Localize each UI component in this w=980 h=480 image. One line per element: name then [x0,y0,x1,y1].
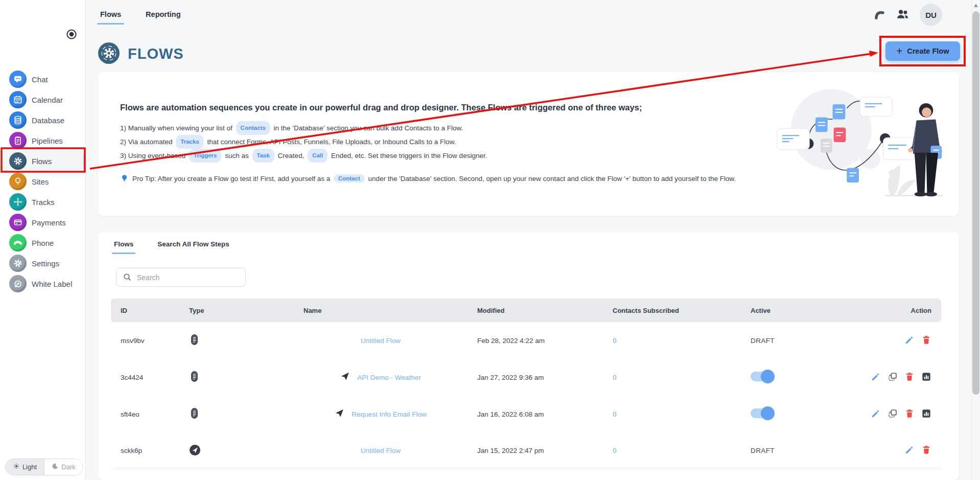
active-toggle[interactable] [751,372,773,381]
contacts-button[interactable] [896,7,909,22]
inline-badge[interactable]: Task [252,149,274,163]
phone-button[interactable] [872,7,885,22]
inline-badge[interactable]: Call [308,149,328,163]
pencil-icon [871,408,881,420]
contacts-count-link[interactable]: 0 [603,374,741,381]
flow-name-link[interactable]: Untitled Flow [361,447,401,454]
delete-flow-button[interactable] [904,372,915,383]
toggle-knob [761,370,775,383]
info-line: 3) Using event-based Triggers such as Ta… [120,149,750,163]
contacts-count-link[interactable]: 0 [603,447,741,454]
edit-flow-button[interactable] [904,335,915,347]
light-mode-label: Light [22,463,37,471]
paint-brush-icon [9,275,27,292]
duplicate-flow-button[interactable] [888,372,898,383]
sidebar-item-label: Sites [32,177,49,186]
bar-chart-icon [921,408,931,420]
page-title: FLOWS [128,43,184,64]
credit-card-icon [9,214,27,231]
topbar-actions: DU [872,4,942,26]
trash-icon [904,372,915,383]
table-row: 3c4424API Demo - WeatherJan 27, 2022 9:3… [111,359,941,396]
column-header-id: ID [111,307,179,314]
sidebar-item-settings[interactable]: Settings [0,253,85,273]
sidebar-item-database[interactable]: Database [0,110,85,130]
sidebar-item-chat[interactable]: Chat [0,69,85,89]
flow-modified: Jan 27, 2022 9:36 am [468,374,603,381]
sidebar-item-calendar[interactable]: Calendar [0,89,85,110]
light-mode-button[interactable]: Light [6,459,44,475]
vertical-scrollbar[interactable] [971,0,980,480]
flow-id: msv9bv [111,337,179,345]
sidebar-item-label: Tracks [32,198,54,207]
delete-flow-button[interactable] [921,335,931,347]
theme-toggle: Light Dark [5,459,83,475]
scroll-up-arrow-icon[interactable] [974,4,978,7]
active-toggle[interactable] [751,408,773,418]
gear-icon [9,255,27,272]
sidebar-item-white-label[interactable]: White Label [0,273,85,294]
sidebar-item-tracks[interactable]: Tracks [0,192,85,212]
column-header-type: Type [179,307,294,314]
dark-mode-label: Dark [61,463,75,471]
tab-flows-list[interactable]: Flows [114,240,133,254]
tab-search-all-flow-steps[interactable]: Search All Flow Steps [157,240,229,254]
edit-flow-button[interactable] [871,372,881,383]
tab-flows[interactable]: Flows [100,7,121,25]
scrollbar-thumb[interactable] [972,11,979,395]
clipboard-icon [9,132,27,149]
flow-name-link[interactable]: API Demo - Weather [357,374,421,381]
create-flow-button[interactable]: + Create Flow [885,41,960,61]
table-row: msv9bvUntitled FlowFeb 28, 2022 4:22 am0… [111,322,941,359]
user-avatar[interactable]: DU [920,4,942,26]
plus-icon: + [897,46,903,56]
contacts-count-link[interactable]: 0 [603,410,741,418]
flow-modified: Jan 15, 2022 2:47 pm [468,447,603,454]
annotation-arrow-head [869,51,878,57]
duplicate-icon [888,408,898,420]
inline-badge[interactable]: Tracks [176,135,203,149]
pencil-icon [904,445,915,456]
sidebar-item-flows[interactable]: Flows [0,151,85,171]
sidebar-pin-toggle[interactable] [65,28,78,40]
trash-icon [921,445,931,456]
delete-flow-button[interactable] [904,408,915,420]
dark-mode-button[interactable]: Dark [44,459,83,475]
trash-icon [921,335,931,347]
sidebar-item-pipelines[interactable]: Pipelines [0,130,85,151]
flow-stats-button[interactable] [921,408,931,420]
search-input[interactable] [116,268,246,287]
top-tabs: Flows Reporting [100,7,181,25]
duplicate-flow-button[interactable] [888,408,898,420]
inline-badge[interactable]: Triggers [189,149,221,163]
draft-label: DRAFT [751,337,775,345]
edit-flow-button[interactable] [871,408,881,420]
delete-flow-button[interactable] [921,445,931,456]
inline-badge[interactable]: Contact [334,174,365,182]
create-flow-label: Create Flow [907,47,949,55]
pro-tip: Pro Tip: After you create a Flow go test… [120,174,750,184]
tab-reporting[interactable]: Reporting [146,7,180,25]
sidebar-item-payments[interactable]: Payments [0,212,85,233]
flow-stats-button[interactable] [921,372,931,383]
sidebar-item-phone[interactable]: Phone [0,233,85,253]
sidebar: ChatCalendarDatabasePipelinesFlowsSitesT… [0,0,86,480]
inline-badge[interactable]: Contacts [236,121,270,135]
sidebar-item-label: Database [32,116,64,125]
flow-name-link[interactable]: Untitled Flow [361,337,401,345]
info-line: 1) Manually when viewing your list of Co… [120,121,750,135]
chat-bubble-icon [9,71,27,88]
info-heading: Flows are automation sequences you creat… [120,103,750,112]
contacts-count-link[interactable]: 0 [603,337,741,345]
flow-name-link[interactable]: Request Info Email Flow [352,410,426,418]
edit-flow-button[interactable] [904,445,915,456]
search-box [116,268,246,287]
send-plane-icon [340,372,350,383]
flows-table-card: Flows Search All Flow Steps IDTypeNameMo… [98,232,959,480]
app-root: ChatCalendarDatabasePipelinesFlowsSitesT… [0,0,980,480]
lightbulb-icon [120,174,129,184]
sidebar-item-sites[interactable]: Sites [0,171,85,192]
gear-icon [9,152,27,170]
sidebar-item-label: Payments [32,218,66,227]
phone-handset-icon [872,7,885,22]
